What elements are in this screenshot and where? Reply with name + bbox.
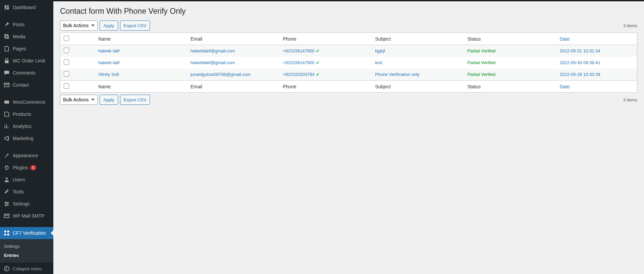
table-row: hateeb latifhateeblatif@gmail.com+923156… [60,57,637,68]
col-date-foot[interactable]: Date [556,81,637,93]
sidebar-item-label: WC Order Limit [13,58,45,63]
select-all-checkbox[interactable] [64,36,69,41]
svg-rect-0 [4,101,9,104]
sidebar-item-woocommerce[interactable]: WooCommerce [0,96,53,108]
pin-icon [3,21,10,28]
menu-separator [0,146,53,148]
table-row: hateeb latifhateeblatif@gmail.com+923156… [60,45,637,57]
apply-button-bottom[interactable]: Apply [100,95,118,105]
col-date[interactable]: Date [556,33,637,45]
sidebar-item-contact[interactable]: Contact [0,79,53,91]
submenu-item-settings[interactable]: Settings [0,242,53,251]
collapse-menu[interactable]: Collapse menu [0,263,53,274]
entry-subject-link[interactable]: test [375,60,382,65]
sidebar-item-wc-order-limit[interactable]: WC Order Limit [0,55,53,67]
sidebar-item-label: Pages [13,46,26,51]
sidebar-item-label: Users [13,177,25,182]
entry-name-link[interactable]: hateeb latif [98,48,120,53]
row-checkbox[interactable] [64,71,69,77]
entry-name-link[interactable]: hateeb latif [98,60,120,65]
check-icon: ✔ [316,60,320,65]
bulk-action-select[interactable]: Bulk Actions [60,20,98,31]
sidebar-item-label: Media [13,34,25,39]
check-icon: ✔ [316,48,320,53]
sidebar-item-cf7-verification[interactable]: CF7 Verification [0,227,53,239]
submenu: SettingsEntries [0,239,53,263]
export-csv-button-bottom[interactable]: Export CSV [120,95,150,105]
item-count-bottom: 3 items [623,97,637,102]
grid-icon [3,230,10,236]
entry-date-link[interactable]: 2022-05-30 09:38:41 [560,60,600,65]
bulkactions-top: Bulk Actions Apply Export CSV [60,20,150,31]
svg-point-4 [5,205,7,206]
entries-table: Name Email Phone Subject Status Date hat… [60,33,637,93]
col-subject[interactable]: Subject [372,33,464,45]
row-checkbox[interactable] [64,48,69,53]
col-status-foot[interactable]: Status [464,81,556,93]
col-email[interactable]: Email [187,33,279,45]
sidebar-item-posts[interactable]: Posts [0,18,53,31]
row-checkbox[interactable] [64,59,69,65]
sidebar-item-pages[interactable]: Pages [0,43,53,55]
sidebar-item-wp-mail-smtp[interactable]: WP Mail SMTP [0,210,53,222]
entry-date-link[interactable]: 2022-05-28 10:33:39 [560,72,600,77]
sidebar-item-appearance[interactable]: Appearance [0,149,53,162]
col-phone-foot[interactable]: Phone [279,81,372,93]
sidebar-item-label: Marketing [13,136,33,141]
entry-subject-link[interactable]: kjgkjf [375,48,385,53]
sidebar-item-label: Analytics [13,124,32,129]
apply-button[interactable]: Apply [100,20,118,31]
sidebar-item-plugins[interactable]: Plugins5 [0,162,53,174]
menu-separator [0,15,53,17]
marketing-icon [3,135,10,142]
status-badge: Partial Verified [468,60,496,65]
entry-phone-link[interactable]: +923320303794 ✔ [283,72,319,77]
export-csv-button[interactable]: Export CSV [120,20,150,31]
col-name-foot[interactable]: Name [95,81,187,93]
entry-email-link[interactable]: junaidgulzar00786@gmail.com [191,72,251,77]
sidebar-item-users[interactable]: Users [0,174,53,186]
col-name[interactable]: Name [95,33,187,45]
col-phone[interactable]: Phone [279,33,372,45]
sidebar-item-label: Tools [13,189,24,194]
svg-point-3 [7,203,8,204]
submenu-item-entries[interactable]: Entries [0,251,53,260]
dashboard-icon [3,4,10,11]
svg-point-9 [4,266,9,271]
mailfly-icon [3,213,10,219]
bulk-action-select-bottom[interactable]: Bulk Actions [60,95,98,105]
bars-icon [3,123,10,130]
select-all-header[interactable] [60,33,95,45]
select-all-footer[interactable] [60,81,95,93]
col-status[interactable]: Status [464,33,556,45]
sidebar-item-dashboard[interactable]: Dashboard [0,1,53,13]
sidebar-item-comments[interactable]: Comments [0,67,53,79]
woo-icon [3,99,10,105]
menu-separator [0,224,53,225]
sidebar-item-analytics[interactable]: Analytics [0,120,53,132]
sidebar-item-label: WP Mail SMTP [13,213,45,219]
admin-bar[interactable] [0,0,644,1]
svg-rect-7 [4,234,6,235]
svg-point-1 [6,178,7,179]
entry-email-link[interactable]: hateeblatif@gmail.com [191,60,235,65]
entry-phone-link[interactable]: +923156147900 ✔ [283,60,319,65]
col-subject-foot[interactable]: Subject [372,81,464,93]
entry-subject-link[interactable]: Phone Verification only [375,72,419,77]
entry-email-link[interactable]: hateeblatif@gmail.com [191,48,235,53]
table-row: Xfinity Softjunaidgulzar00786@gmail.com+… [60,68,637,81]
sidebar-item-products[interactable]: Products [0,108,53,120]
sidebar-item-settings[interactable]: Settings [0,198,53,210]
sidebar-item-marketing[interactable]: Marketing [0,132,53,144]
sidebar-item-label: Products [13,111,31,117]
sidebar-item-tools[interactable]: Tools [0,186,53,198]
entry-name-link[interactable]: Xfinity Soft [98,72,119,77]
entry-phone-link[interactable]: +923156147900 ✔ [283,48,319,53]
entry-date-link[interactable]: 2022-05-31 10:31:34 [560,48,600,53]
select-all-checkbox-foot[interactable] [64,83,69,89]
user-icon [3,176,10,183]
sidebar-item-label: Dashboard [13,5,36,10]
col-email-foot[interactable]: Email [187,81,279,93]
svg-point-2 [5,202,7,203]
sidebar-item-media[interactable]: Media [0,31,53,43]
